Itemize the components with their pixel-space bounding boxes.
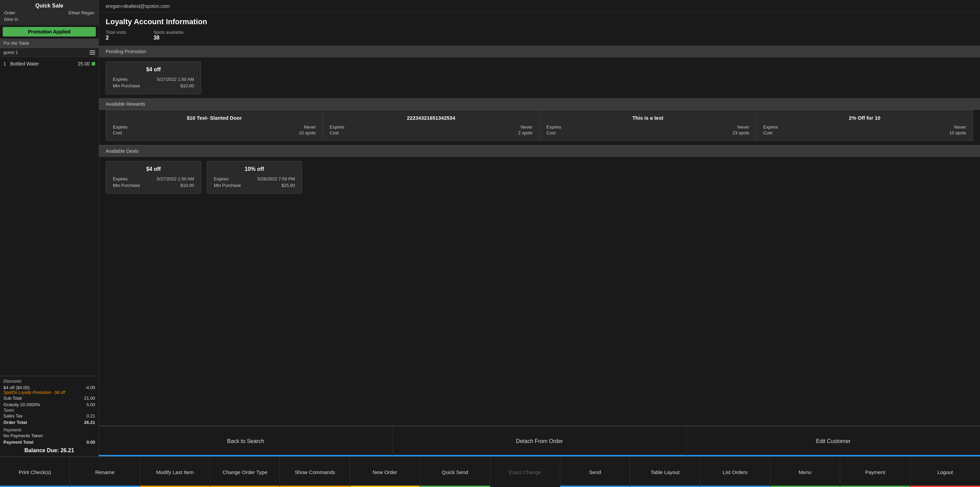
subtotal-label: Sub Total xyxy=(3,396,22,401)
list-orders-button[interactable]: List Orders xyxy=(700,457,770,487)
detach-from-order-button[interactable]: Detach From Order xyxy=(393,426,687,456)
item-status-dot xyxy=(92,62,95,65)
discount-line: $4 off ($4.00) xyxy=(3,385,30,390)
change-order-type-button[interactable]: Change Order Type xyxy=(210,457,280,487)
print-checks-button[interactable]: Print Check(s) xyxy=(0,457,70,487)
item-qty: 1 xyxy=(3,61,10,67)
reward-expires-row-1: Expires Never xyxy=(330,124,533,130)
modify-last-item-button[interactable]: Modify Last Item xyxy=(140,457,210,487)
order-label: Order xyxy=(4,10,15,15)
reward-card-1[interactable]: 22234321651342534 Expires Never Cost 2 s… xyxy=(323,110,540,141)
payments-label: Payments xyxy=(3,428,95,433)
rewards-grid: $10 Test- Slanted Door Expires Never Cos… xyxy=(99,110,980,145)
gratuity-row: Gratuity 20.0000% 5.00 xyxy=(3,401,95,408)
main-layout: Quick Sale Order Ethan Regan Dine In Pro… xyxy=(0,0,980,456)
loyalty-content: eregan+dealtest@spoton.com Loyalty Accou… xyxy=(99,0,980,426)
discount-row: $4 off ($4.00) -4.00 xyxy=(3,385,95,390)
reward-expires-label-3: Expires xyxy=(763,124,778,130)
reward-cost-value-0: 10 spots xyxy=(299,130,316,135)
subtotal-value: 21.00 xyxy=(84,396,95,401)
reward-card-2[interactable]: This is a test Expires Never Cost 23 spo… xyxy=(540,110,757,141)
pending-promo-card[interactable]: $4 off Expires 5/27/2022 1:50 AM Min Pur… xyxy=(106,61,201,94)
order-info-row: Order Ethan Regan xyxy=(4,10,94,15)
order-item: 1 Bottled Water 25.00 xyxy=(3,60,95,68)
deal-min-label-1: Min Purchase xyxy=(214,183,241,188)
gratuity-value: 5.00 xyxy=(87,402,95,407)
reward-title-3: 2% Off for 10 xyxy=(763,115,966,121)
loyalty-title: Loyalty Account Information xyxy=(99,13,980,30)
deal-expires-row-1: Expires 5/26/2022 7:59 PM xyxy=(214,176,295,182)
back-to-search-button[interactable]: Back to Search xyxy=(99,426,393,456)
menu-button[interactable]: Menu xyxy=(770,457,840,487)
table-layout-button[interactable]: Table Layout xyxy=(630,457,700,487)
deal-min-label-0: Min Purchase xyxy=(113,183,140,188)
reward-cost-label-0: Cost xyxy=(113,130,122,135)
deals-cards: $4 off Expires 5/27/2022 1:50 AM Min Pur… xyxy=(99,157,980,198)
pending-promo-expires-row: Expires 5/27/2022 1:50 AM xyxy=(113,76,194,83)
left-header: Quick Sale Order Ethan Regan Dine In xyxy=(0,0,99,25)
sales-tax-value: 0.21 xyxy=(87,413,95,419)
total-visits-value: 2 xyxy=(106,35,126,41)
deal-title-0: $4 off xyxy=(113,166,194,172)
deal-card-0[interactable]: $4 off Expires 5/27/2022 1:50 AM Min Pur… xyxy=(106,161,201,194)
spots-available-stat: Spots available 38 xyxy=(153,30,183,41)
reward-cost-label-2: Cost xyxy=(547,130,556,135)
pending-promo-min-row: Min Purchase $10.00 xyxy=(113,83,194,89)
total-visits-stat: Total visits 2 xyxy=(106,30,126,41)
reward-expires-label-0: Expires xyxy=(113,124,127,130)
reward-expires-row-0: Expires Never xyxy=(113,124,316,130)
deal-card-1[interactable]: 10% off Expires 5/26/2022 7:59 PM Min Pu… xyxy=(207,161,302,194)
deal-title-1: 10% off xyxy=(214,166,295,172)
deal-expires-label-0: Expires xyxy=(113,176,127,181)
quick-sale-title: Quick Sale xyxy=(4,3,94,9)
logout-button[interactable]: Logout xyxy=(910,457,980,487)
deal-min-value-0: $10.00 xyxy=(180,183,194,188)
send-button[interactable]: Send xyxy=(560,457,630,487)
order-items-list: 1 Bottled Water 25.00 xyxy=(0,57,99,376)
no-payments-row: No Payments Taken xyxy=(3,433,95,439)
gratuity-label: Gratuity 20.0000% xyxy=(3,402,40,407)
spots-available-value: 38 xyxy=(153,35,183,41)
loyalty-bottom-actions: Back to Search Detach From Order Edit Cu… xyxy=(99,426,980,456)
spots-available-label: Spots available xyxy=(153,30,183,35)
reward-cost-value-1: 2 spots xyxy=(518,130,533,135)
rename-button[interactable]: Rename xyxy=(70,457,140,487)
reward-title-2: This is a test xyxy=(547,115,749,121)
exact-change-button[interactable]: Exact Change xyxy=(490,457,560,487)
stats-row: Total visits 2 Spots available 38 xyxy=(99,30,980,46)
show-commands-button[interactable]: Show Commands xyxy=(280,457,350,487)
discount-amount: -4.00 xyxy=(85,385,95,390)
sales-tax-label: Sales Tax xyxy=(3,413,22,419)
reward-card-0[interactable]: $10 Test- Slanted Door Expires Never Cos… xyxy=(106,110,323,141)
reward-card-3[interactable]: 2% Off for 10 Expires Never Cost 10 spot… xyxy=(756,110,973,141)
sales-tax-row: Sales Tax 0.21 xyxy=(3,413,95,419)
deal-expires-value-1: 5/26/2022 7:59 PM xyxy=(258,176,295,181)
payment-total-row: Payment Total 0.00 xyxy=(3,439,95,446)
reward-cost-row-1: Cost 2 spots xyxy=(330,130,533,136)
new-order-button[interactable]: New Order xyxy=(350,457,420,487)
reward-expires-value-1: Never xyxy=(521,124,533,130)
pending-promo-min-value: $10.00 xyxy=(180,83,194,88)
edit-customer-button[interactable]: Edit Customer xyxy=(686,426,980,456)
taxes-label: Taxes xyxy=(3,408,95,413)
order-total-label: Order Total xyxy=(3,420,27,425)
balance-due: Balance Due: 26.21 xyxy=(3,447,95,454)
payment-button[interactable]: Payment xyxy=(840,457,910,487)
reward-cost-label-3: Cost xyxy=(763,130,772,135)
reward-expires-value-3: Never xyxy=(954,124,966,130)
discounts-label: Discounts xyxy=(3,379,95,384)
guest-label: guest 1 xyxy=(3,50,18,55)
reward-cost-label-1: Cost xyxy=(330,130,339,135)
email-bar: eregan+dealtest@spoton.com xyxy=(99,0,980,13)
reward-title-1: 22234321651342534 xyxy=(330,115,533,121)
quick-send-button[interactable]: Quick Send xyxy=(420,457,490,487)
available-rewards-header: Available Rewards xyxy=(99,98,980,110)
left-panel: Quick Sale Order Ethan Regan Dine In Pro… xyxy=(0,0,99,456)
promotion-applied-button[interactable]: Promotion Applied xyxy=(3,27,96,37)
no-payments-label: No Payments Taken xyxy=(3,433,43,438)
right-panel: eregan+dealtest@spoton.com Loyalty Accou… xyxy=(99,0,980,456)
reward-cost-row-0: Cost 10 spots xyxy=(113,130,316,136)
pending-promo-expires-label: Expires xyxy=(113,77,127,82)
deal-expires-row-0: Expires 5/27/2022 1:50 AM xyxy=(113,176,194,182)
pending-promo-title: $4 off xyxy=(113,67,194,73)
